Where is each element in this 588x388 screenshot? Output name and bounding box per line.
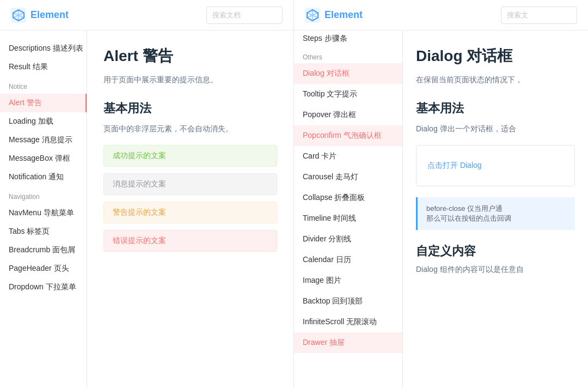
sidebar-item-carousel[interactable]: Carousel 走马灯 [294,167,402,187]
sidebar-item-steps[interactable]: Steps 步骤条 [294,31,402,47]
before-close-text: before-close 仅当用户通 那么可以在按钮的点击回调 [426,204,511,222]
sidebar-item-collapse[interactable]: Collapse 折叠面板 [294,187,402,208]
left-panel-body: Descriptions 描述列表 Result 结果 Notice Alert… [0,31,293,388]
right-main-content: Dialog 对话框 在保留当前页面状态的情况下， 基本用法 Dialog 弹出… [403,31,588,388]
sidebar-item-dialog[interactable]: Dialog 对话框 [294,63,402,84]
left-logo-text: Element [30,9,69,21]
sidebar-item-tooltip[interactable]: Tooltip 文字提示 [294,84,402,105]
right-section-subtitle: Dialog 弹出一个对话框，适合 [416,124,575,134]
left-panel: Element Descriptions 描述列表 Result 结果 Noti… [0,0,294,388]
sidebar-item-drawer[interactable]: Drawer 抽屉 [294,332,402,353]
right-sidebar: Steps 步骤条 Others Dialog 对话框 Tooltip 文字提示… [294,31,403,388]
right-page-title: Dialog 对话框 [416,46,575,66]
sidebar-item-popover[interactable]: Popover 弹出框 [294,105,402,125]
others-category: Others [294,47,402,63]
alert-error: 错误提示的文案 [103,230,277,252]
alert-success: 成功提示的文案 [103,145,277,167]
alert-warning: 警告提示的文案 [103,202,277,223]
sidebar-item-image[interactable]: Image 图片 [294,270,402,291]
sidebar-item-dropdown[interactable]: Dropdown 下拉菜单 [0,278,87,296]
left-main-content: Alert 警告 用于页面中展示重要的提示信息。 基本用法 页面中的非浮层元素，… [87,31,293,388]
sidebar-item-descriptions[interactable]: Descriptions 描述列表 [0,39,87,58]
notice-category: Notice [0,76,87,94]
left-sidebar: Descriptions 描述列表 Result 结果 Notice Alert… [0,31,87,388]
sidebar-item-divider[interactable]: Divider 分割线 [294,229,402,250]
sidebar-item-calendar[interactable]: Calendar 日历 [294,250,402,270]
left-search-input[interactable] [206,7,283,24]
right-panel-body: Steps 步骤条 Others Dialog 对话框 Tooltip 文字提示… [294,31,588,388]
right-section-title: 基本用法 [416,100,575,117]
sidebar-item-notification[interactable]: Notification 通知 [0,168,87,186]
left-panel-wrapper: Element Descriptions 描述列表 Result 结果 Noti… [0,0,293,388]
sidebar-item-navmenu[interactable]: NavMenu 导航菜单 [0,204,87,222]
right-panel-wrapper: Element Steps 步骤条 Others Dialog 对话框 Tool… [294,0,588,388]
left-section-title: 基本用法 [103,100,277,117]
sidebar-item-alert[interactable]: Alert 警告 [0,94,87,112]
right-page-subtitle: 在保留当前页面状态的情况下， [416,75,575,85]
sidebar-item-timeline[interactable]: Timeline 时间线 [294,208,402,229]
left-page-title: Alert 警告 [103,46,277,66]
right-logo-icon [305,8,320,23]
right-header: Element [294,0,588,31]
dialog-demo-box: 点击打开 Dialog [416,145,575,186]
left-logo-icon [11,8,26,23]
sidebar-item-tabs[interactable]: Tabs 标签页 [0,222,87,241]
sidebar-item-popconfirm[interactable]: Popconfirm 气泡确认框 [294,125,402,146]
right-logo-area: Element [305,8,363,23]
navigation-category: Navigation [0,186,87,204]
custom-content-text: Dialog 组件的内容可以是任意自 [416,265,575,275]
sidebar-item-backtop[interactable]: Backtop 回到顶部 [294,291,402,312]
sidebar-item-result[interactable]: Result 结果 [0,58,87,76]
custom-content-title: 自定义内容 [416,243,575,259]
open-dialog-button[interactable]: 点击打开 Dialog [427,156,564,175]
right-search-input[interactable] [501,7,577,24]
alert-info: 消息提示的文案 [103,173,277,195]
sidebar-item-messagebox[interactable]: MessageBox 弹框 [0,149,87,168]
right-logo-text: Element [324,9,363,21]
sidebar-item-pageheader[interactable]: PageHeader 页头 [0,259,87,278]
sidebar-item-loading[interactable]: Loading 加载 [0,112,87,131]
sidebar-item-breadcrumb[interactable]: Breadcrumb 面包屑 [0,241,87,259]
sidebar-item-card[interactable]: Card 卡片 [294,146,402,167]
sidebar-item-message[interactable]: Message 消息提示 [0,131,87,149]
left-header: Element [0,0,293,31]
right-panel: Element Steps 步骤条 Others Dialog 对话框 Tool… [294,0,588,388]
before-close-box: before-close 仅当用户通 那么可以在按钮的点击回调 [416,197,575,230]
sidebar-item-infinitescroll[interactable]: InfiniteScroll 无限滚动 [294,312,402,332]
left-page-subtitle: 用于页面中展示重要的提示信息。 [103,75,277,85]
left-logo-area: Element [11,8,69,23]
left-section-subtitle: 页面中的非浮层元素，不会自动消失。 [103,124,277,134]
